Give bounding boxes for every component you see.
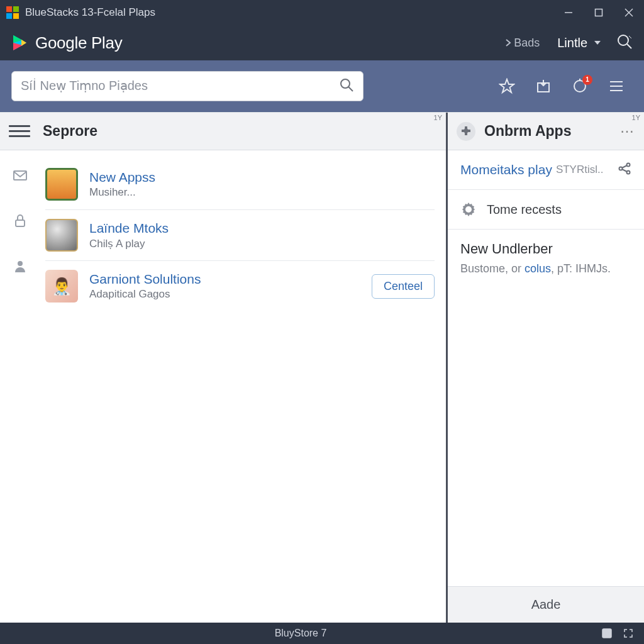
undler-body: Bustome, or colus, pT: IHMJs.	[460, 262, 631, 275]
list-item[interactable]: Laïnde Mtoks Chilṣ A play	[45, 210, 435, 261]
app-list: New Appss Musiher... Laïnde Mtoks Chilṣ …	[40, 150, 446, 623]
play-brand-text: Google Play	[35, 33, 122, 53]
app-icon: 👨‍⚕️	[45, 270, 78, 303]
window-title: BlueStacks 13-Fcelal Plaps	[25, 6, 553, 19]
svg-line-21	[622, 169, 627, 172]
mail-icon	[13, 168, 28, 183]
main-area: 1Y Seprore New Appss Musiher...	[0, 112, 644, 623]
momeitaks-sub: STYRtisl..	[556, 164, 604, 176]
lock-icon	[13, 213, 28, 228]
google-play-brand[interactable]: Google Play	[11, 33, 505, 53]
status-center-text: BluyStore 7	[8, 628, 594, 639]
mail-rail-button[interactable]	[11, 167, 29, 184]
app-title: Laïnde Mtoks	[89, 221, 435, 236]
left-body: New Appss Musiher... Laïnde Mtoks Chilṣ …	[0, 150, 446, 623]
svg-point-16	[18, 261, 23, 266]
gear-icon	[460, 201, 477, 218]
star-icon	[499, 78, 515, 94]
hamburger-icon	[608, 78, 625, 94]
person-rail-button[interactable]	[11, 257, 29, 275]
undler-block: New Undlerber Bustome, or colus, pT: IHM…	[448, 230, 644, 586]
search-box[interactable]	[11, 71, 364, 101]
status-widget-button[interactable]: e	[599, 625, 615, 641]
momeitaks-row[interactable]: Momeitaks play STYRtisl..	[448, 150, 644, 190]
svg-point-7	[341, 79, 350, 88]
left-panel-title: Seprore	[43, 123, 97, 140]
svg-rect-14	[14, 171, 26, 180]
status-bar: BluyStore 7 e	[0, 623, 644, 644]
left-panel: 1Y Seprore New Appss Musiher...	[0, 113, 448, 623]
svg-line-6	[629, 36, 631, 38]
search-toolbar: 1	[0, 60, 644, 112]
play-triangle-icon	[11, 34, 29, 52]
menu-button[interactable]	[600, 70, 633, 103]
app-title: Garniont Solultions	[89, 272, 372, 287]
left-rail	[0, 150, 40, 623]
right-panel: 1Y Onbrm Apps ⋯ Momeitaks play STYRtisl.…	[448, 113, 644, 623]
lintle-dropdown[interactable]: Lintle	[557, 36, 601, 50]
search-icon	[339, 77, 354, 92]
search-input[interactable]	[21, 79, 339, 93]
header-search-button[interactable]	[616, 33, 633, 52]
left-hamburger-button[interactable]	[9, 121, 30, 142]
svg-line-8	[348, 87, 353, 91]
right-panel-title: Onbrm Apps	[484, 123, 571, 140]
right-corner-tag: 1Y	[632, 114, 640, 121]
app-subtitle: Musiher...	[89, 186, 435, 199]
app-icon	[45, 219, 78, 252]
momeitaks-title: Momeitaks play	[460, 162, 552, 177]
app-title: New Appss	[89, 170, 435, 185]
search-icon	[616, 33, 633, 50]
tome-row[interactable]: Tome recests	[448, 190, 644, 230]
windows-logo-icon	[6, 6, 19, 19]
downloads-button[interactable]	[527, 70, 560, 103]
lock-rail-button[interactable]	[11, 212, 29, 230]
left-panel-header: Seprore	[0, 113, 446, 150]
svg-line-5	[627, 44, 631, 48]
centeel-button[interactable]: Centeel	[372, 274, 435, 299]
right-footer-button[interactable]: Aade	[448, 586, 644, 623]
undler-title: New Undlerber	[460, 241, 631, 257]
play-header: Google Play Bads Lintle	[0, 25, 644, 60]
search-submit-button[interactable]	[339, 77, 354, 95]
svg-point-4	[618, 35, 628, 45]
expand-icon	[623, 628, 633, 638]
right-panel-header: Onbrm Apps ⋯	[448, 113, 644, 150]
notifications-button[interactable]: 1	[564, 70, 596, 103]
svg-text:e: e	[605, 630, 609, 637]
window-close-button[interactable]	[614, 0, 644, 25]
app-subtitle: Chilṣ A play	[89, 237, 435, 250]
svg-rect-1	[596, 9, 602, 16]
window-titlebar: BlueStacks 13-Fcelal Plaps	[0, 0, 644, 25]
tome-text: Tome recests	[487, 203, 562, 217]
status-expand-button[interactable]	[620, 625, 636, 641]
list-item[interactable]: New Appss Musiher...	[45, 159, 435, 210]
list-item[interactable]: 👨‍⚕️ Garniont Solultions Adapitical Gago…	[45, 261, 435, 311]
right-panel-more-button[interactable]: ⋯	[620, 123, 635, 140]
widget-icon: e	[602, 628, 612, 638]
share-icon	[618, 162, 631, 175]
extension-icon	[457, 122, 475, 141]
person-icon	[13, 258, 28, 274]
svg-rect-15	[16, 220, 25, 226]
window-minimize-button[interactable]	[553, 0, 584, 25]
chevron-down-icon	[594, 39, 601, 47]
app-icon	[45, 168, 78, 201]
bads-link[interactable]: Bads	[505, 36, 540, 50]
app-subtitle: Adapitical Gagos	[89, 288, 372, 301]
chevron-right-icon	[505, 38, 511, 47]
favorites-button[interactable]	[491, 70, 523, 103]
window-maximize-button[interactable]	[584, 0, 614, 25]
left-corner-tag: 1Y	[434, 114, 442, 121]
share-button[interactable]	[618, 162, 631, 178]
download-box-icon	[535, 78, 552, 94]
undler-link[interactable]: colus	[525, 262, 551, 275]
notification-badge: 1	[582, 75, 592, 85]
svg-line-20	[622, 165, 627, 168]
